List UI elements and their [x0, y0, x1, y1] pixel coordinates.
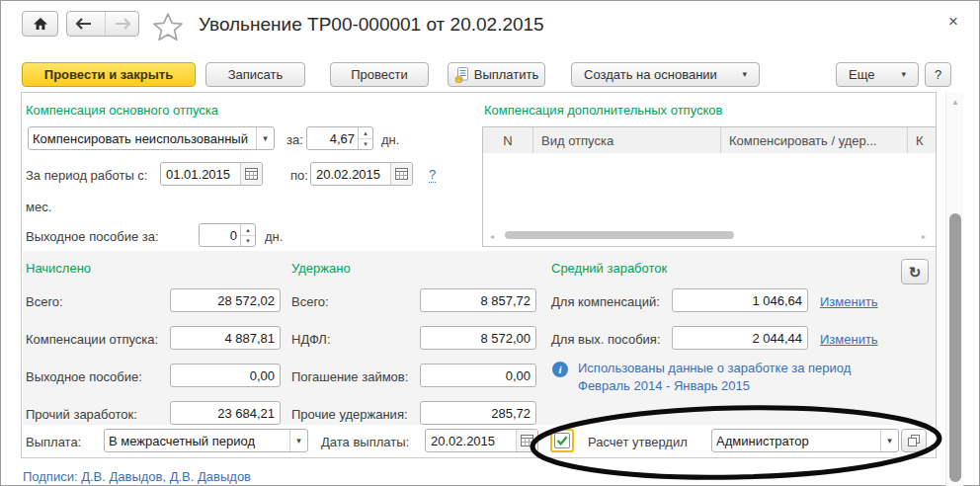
- payment-date-field[interactable]: 20.02.2015: [425, 429, 538, 452]
- work-period-label: За период работы с:: [26, 168, 147, 183]
- nav-button-group: [66, 11, 139, 37]
- column-header-n[interactable]: N: [483, 127, 533, 153]
- withheld-loans-field[interactable]: 0,00: [420, 364, 536, 387]
- page-title: Увольнение ТР00-000001 от 20.02.2015: [199, 14, 544, 36]
- main-vacation-header: Компенсация основного отпуска: [26, 103, 218, 118]
- column-header-compensate[interactable]: Компенсировать / удер...: [721, 127, 908, 153]
- average-row-label: Для компенсаций:: [551, 294, 660, 309]
- average-earnings-header: Средний заработок: [551, 261, 667, 276]
- period-help-link[interactable]: ?: [429, 167, 436, 183]
- pay-button[interactable]: Выплатить: [448, 62, 545, 87]
- period-to-field[interactable]: 20.02.2015: [310, 162, 413, 186]
- spinner-buttons[interactable]: ▴ ▾: [358, 127, 372, 149]
- create-based-on-button[interactable]: Создать на основании ▾: [571, 62, 760, 87]
- calendar-icon[interactable]: [390, 163, 412, 185]
- for-label: за:: [286, 132, 303, 147]
- spinner-buttons[interactable]: ▴ ▾: [240, 224, 255, 246]
- accrued-row-label: Всего:: [26, 294, 63, 309]
- chevron-down-icon[interactable]: ▾: [256, 127, 274, 149]
- back-arrow-icon: [75, 18, 93, 30]
- favorite-star-icon[interactable]: [152, 12, 184, 41]
- accrued-row-label: Выходное пособие:: [26, 369, 142, 384]
- payment-date-label: Дата выплаты:: [321, 435, 409, 449]
- approved-checkbox[interactable]: [550, 429, 574, 452]
- calendar-icon[interactable]: [516, 430, 537, 451]
- help-button[interactable]: ?: [925, 62, 951, 87]
- payment-date-value: 20.02.2015: [426, 434, 516, 448]
- chevron-down-icon[interactable]: ▾: [880, 430, 898, 451]
- months-label: мес.: [26, 200, 51, 214]
- chevron-down-icon: ▾: [742, 70, 747, 79]
- home-button[interactable]: [22, 11, 58, 37]
- accrued-other-earnings-field[interactable]: 23 684,21: [170, 401, 281, 425]
- open-item-button[interactable]: [901, 429, 927, 452]
- payment-label: Выплата:: [26, 435, 81, 449]
- accrued-severance-field[interactable]: 0,00: [170, 364, 281, 387]
- change-link[interactable]: Изменить: [820, 332, 878, 347]
- period-from-field[interactable]: 01.01.2015: [160, 162, 263, 186]
- vertical-scrollbar-thumb[interactable]: [949, 213, 961, 482]
- chevron-down-icon[interactable]: ▾: [289, 430, 307, 451]
- chevron-down-icon: ▾: [901, 70, 906, 79]
- withheld-header: Удержано: [291, 261, 351, 276]
- scroll-up-icon[interactable]: ▲: [951, 99, 959, 107]
- severance-label: Выходное пособие за:: [26, 229, 159, 244]
- change-link[interactable]: Изменить: [820, 294, 878, 309]
- accrued-total-field[interactable]: 28 572,02: [170, 288, 281, 312]
- vertical-scrollbar[interactable]: ▲: [945, 92, 963, 486]
- period-to-value: 20.02.2015: [311, 167, 390, 182]
- average-compensation-field[interactable]: 1 046,64: [672, 288, 808, 312]
- column-header-k[interactable]: К: [908, 127, 936, 153]
- save-label: Записать: [228, 67, 284, 82]
- accrued-vacation-compensation-field[interactable]: 4 887,81: [170, 326, 281, 350]
- average-row-label: Для вых. пособия:: [551, 332, 661, 347]
- accrued-header: Начислено: [26, 261, 91, 276]
- approved-by-value: Администратор: [712, 434, 880, 448]
- severance-unit-label: дн.: [265, 229, 283, 244]
- compensation-days-stepper[interactable]: 4,67 ▴ ▾: [306, 126, 373, 150]
- spin-up-icon[interactable]: ▴: [241, 224, 255, 236]
- column-header-vacation-type[interactable]: Вид отпуска: [533, 127, 721, 153]
- withheld-ndfl-field[interactable]: 8 572,00: [420, 326, 536, 350]
- spin-up-icon[interactable]: ▴: [359, 127, 372, 139]
- withheld-row-label: Прочие удержания:: [291, 407, 408, 422]
- home-icon: [33, 17, 48, 31]
- back-button[interactable]: [67, 12, 100, 36]
- close-icon[interactable]: ×: [948, 12, 958, 32]
- compensation-action-combo[interactable]: Компенсировать неиспользованный ▾: [28, 126, 275, 150]
- calendar-icon[interactable]: [240, 163, 262, 185]
- checkbox-box: [554, 433, 570, 448]
- payment-method-combo[interactable]: В межрасчетный период ▾: [104, 429, 308, 452]
- totals-section: Начислено Всего: 28 572,02 Компенсации о…: [23, 251, 936, 425]
- severance-days-value: 0: [200, 228, 240, 243]
- scroll-left-icon[interactable]: ◂: [490, 233, 494, 241]
- document-window: Увольнение ТР00-000001 от 20.02.2015 × П…: [0, 0, 980, 486]
- spin-down-icon[interactable]: ▾: [359, 139, 372, 150]
- forward-button[interactable]: [105, 12, 138, 36]
- withheld-other-field[interactable]: 285,72: [420, 401, 536, 425]
- approved-label: Расчет утвердил: [588, 435, 688, 449]
- withheld-row-label: НДФЛ:: [291, 332, 331, 347]
- scroll-right-icon[interactable]: ▸: [922, 233, 926, 241]
- refresh-button[interactable]: ↻: [901, 259, 929, 284]
- help-label: ?: [935, 67, 941, 82]
- severance-days-stepper[interactable]: 0 ▴ ▾: [199, 223, 256, 247]
- additional-vacations-table[interactable]: N Вид отпуска Компенсировать / удер... К…: [482, 126, 937, 247]
- horizontal-scrollbar-thumb[interactable]: [505, 231, 734, 239]
- accrued-row-label: Прочий заработок:: [26, 407, 137, 422]
- more-button[interactable]: Еще ▾: [836, 62, 919, 87]
- forward-arrow-icon: [114, 18, 131, 30]
- earnings-info-line1: Использованы данные о заработке за перио…: [578, 361, 851, 375]
- signatures-link[interactable]: Подписи: Д.В. Давыдов, Д.В. Давыдов: [23, 469, 251, 484]
- post-button[interactable]: Провести: [330, 62, 429, 87]
- approved-by-combo[interactable]: Администратор ▾: [711, 429, 899, 452]
- withheld-row-label: Погашение займов:: [291, 369, 408, 384]
- post-and-close-label: Провести и закрыть: [44, 67, 173, 82]
- withheld-total-field[interactable]: 8 857,72: [420, 288, 536, 312]
- average-severance-field[interactable]: 2 044,44: [672, 326, 808, 350]
- spin-down-icon[interactable]: ▾: [241, 236, 255, 247]
- post-and-close-button[interactable]: Провести и закрыть: [22, 62, 196, 87]
- more-label: Еще: [849, 67, 874, 82]
- to-label: по:: [290, 168, 308, 183]
- save-button[interactable]: Записать: [205, 62, 305, 87]
